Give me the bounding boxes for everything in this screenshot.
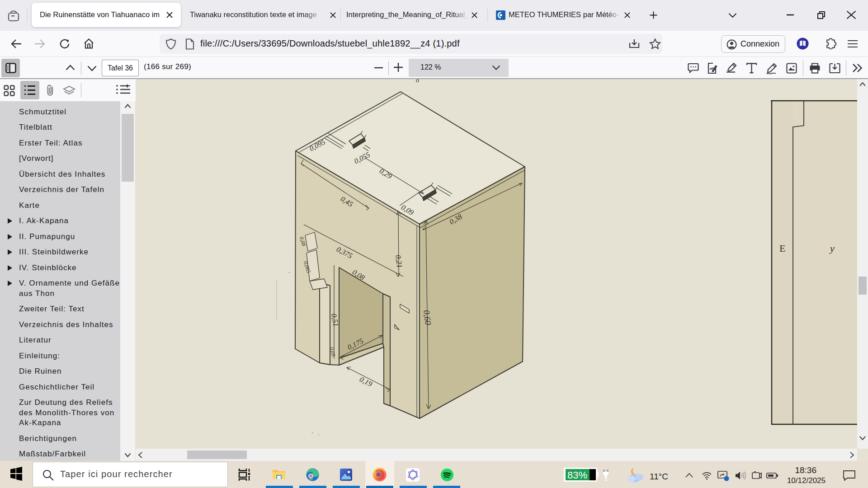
svg-text:0,19: 0,19 [358, 375, 373, 389]
svg-text:E: E [779, 243, 785, 254]
svg-text:y: y [829, 243, 835, 254]
svg-text:83%: 83% [567, 469, 587, 481]
svg-text:0,21: 0,21 [394, 254, 404, 268]
svg-text:o: o [416, 79, 419, 84]
svg-text:0,60: 0,60 [422, 310, 433, 326]
